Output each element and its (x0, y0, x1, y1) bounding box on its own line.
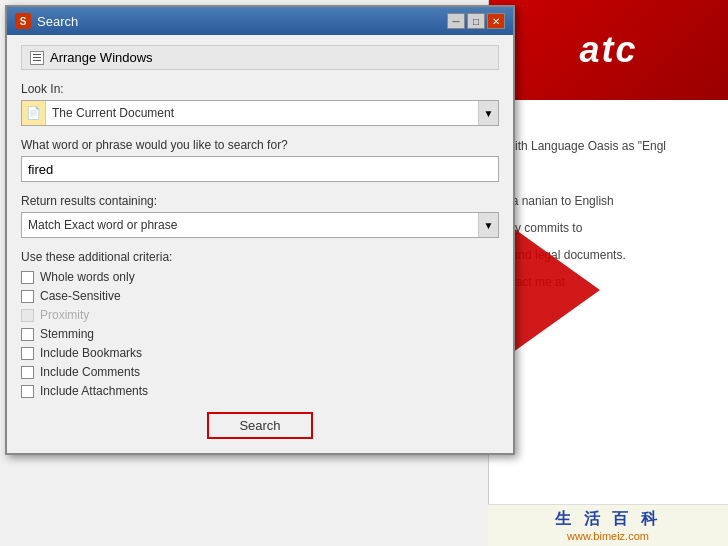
document-icon: 📄 (22, 101, 46, 125)
arrange-windows-bar[interactable]: Arrange Windows (21, 45, 499, 70)
return-results-value: Match Exact word or phrase (22, 218, 478, 232)
title-bar-left: S Search (15, 13, 78, 29)
doc-line-4: lata nanian to English (499, 192, 718, 211)
search-button-row: Search (21, 412, 499, 439)
doc-line-3: rs. (499, 164, 718, 183)
atc-logo: atc (489, 0, 728, 100)
return-results-label: Return results containing: (21, 194, 499, 208)
checkbox-row-include-comments: Include Comments (21, 365, 499, 379)
doc-line-7: ontact me at (499, 273, 718, 292)
watermark: 生 活 百 科 www.bimeiz.com (488, 504, 728, 546)
restore-button[interactable]: □ (467, 13, 485, 29)
search-question-label: What word or phrase would you like to se… (21, 138, 499, 152)
search-button[interactable]: Search (207, 412, 312, 439)
dialog-title: Search (37, 14, 78, 29)
look-in-dropdown-arrow[interactable]: ▼ (478, 101, 498, 125)
doc-line-5: ngly commits to (499, 219, 718, 238)
include-comments-label: Include Comments (40, 365, 140, 379)
stemming-checkbox[interactable] (21, 328, 34, 341)
watermark-chinese: 生 活 百 科 (492, 509, 724, 530)
watermark-url: www.bimeiz.com (492, 530, 724, 542)
whole-words-label: Whole words only (40, 270, 135, 284)
checkbox-row-include-attachments: Include Attachments (21, 384, 499, 398)
look-in-label: Look In: (21, 82, 499, 96)
arrange-windows-label: Arrange Windows (50, 50, 153, 65)
proximity-checkbox[interactable] (21, 309, 34, 322)
case-sensitive-checkbox[interactable] (21, 290, 34, 303)
doc-text-area: rn r with Language Oasis as "Engl rs. la… (489, 100, 728, 310)
search-app-icon: S (15, 13, 31, 29)
return-results-dropdown[interactable]: Match Exact word or phrase ▼ (21, 212, 499, 238)
search-input[interactable] (21, 156, 499, 182)
case-sensitive-label: Case-Sensitive (40, 289, 121, 303)
checkbox-row-stemming: Stemming (21, 327, 499, 341)
dialog-body: Arrange Windows Look In: 📄 The Current D… (7, 35, 513, 453)
return-results-arrow[interactable]: ▼ (478, 213, 498, 237)
additional-criteria-label: Use these additional criteria: (21, 250, 499, 264)
include-bookmarks-label: Include Bookmarks (40, 346, 142, 360)
search-dialog: S Search ─ □ ✕ Arrange Windows Look In: … (5, 5, 515, 455)
checkbox-row-include-bookmarks: Include Bookmarks (21, 346, 499, 360)
doc-line-1: rn (499, 110, 718, 129)
arrange-windows-icon (30, 51, 44, 65)
minimize-button[interactable]: ─ (447, 13, 465, 29)
checkbox-row-proximity: Proximity (21, 308, 499, 322)
include-attachments-label: Include Attachments (40, 384, 148, 398)
include-bookmarks-checkbox[interactable] (21, 347, 34, 360)
checkbox-row-whole-words: Whole words only (21, 270, 499, 284)
doc-line-2: r with Language Oasis as "Engl (499, 137, 718, 156)
proximity-label: Proximity (40, 308, 89, 322)
checkbox-row-case-sensitive: Case-Sensitive (21, 289, 499, 303)
include-comments-checkbox[interactable] (21, 366, 34, 379)
close-button[interactable]: ✕ (487, 13, 505, 29)
look-in-dropdown[interactable]: 📄 The Current Document ▼ (21, 100, 499, 126)
doc-line-6: al and legal documents. (499, 246, 718, 265)
stemming-label: Stemming (40, 327, 94, 341)
document-panel: atc rn r with Language Oasis as "Engl rs… (488, 0, 728, 546)
look-in-value: The Current Document (46, 106, 478, 120)
title-buttons: ─ □ ✕ (447, 13, 505, 29)
title-bar: S Search ─ □ ✕ (7, 7, 513, 35)
whole-words-checkbox[interactable] (21, 271, 34, 284)
include-attachments-checkbox[interactable] (21, 385, 34, 398)
